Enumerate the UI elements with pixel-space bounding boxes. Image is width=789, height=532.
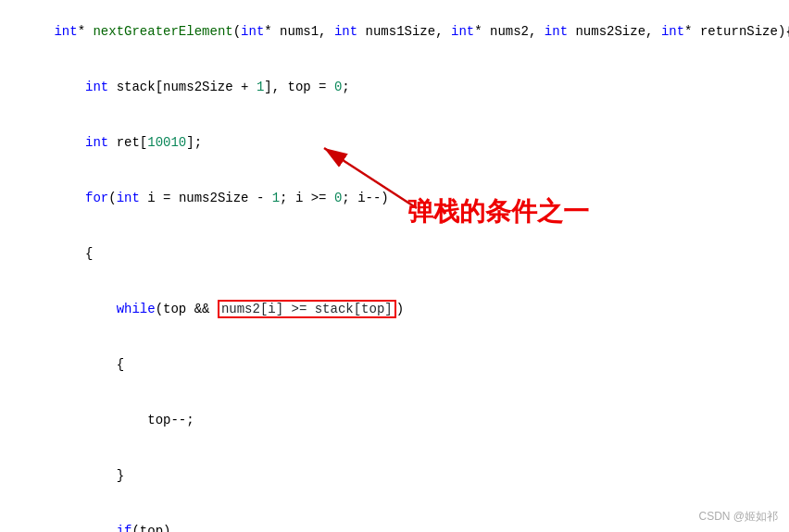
watermark: CSDN @姬如祁 (698, 509, 778, 525)
code-line-4: for(int i = nums2Size - 1; i >= 0; i--) (0, 170, 789, 226)
code-container: int* nextGreaterElement(int* nums1, int … (0, 0, 789, 532)
code-line-9: } (0, 448, 789, 503)
code-line-2: int stack[nums2Size + 1], top = 0; (0, 59, 789, 115)
code-line-8: top--; (0, 392, 789, 448)
code-line-10: if(top) (0, 503, 789, 532)
code-line-5: { (0, 226, 789, 281)
code-line-6: while(top && nums2[i] >= stack[top]) (0, 281, 789, 337)
code-line-3: int ret[10010]; (0, 115, 789, 170)
highlight-condition: nums2[i] >= stack[top] (218, 300, 396, 318)
code-line-1: int* nextGreaterElement(int* nums1, int … (0, 4, 789, 59)
keyword-int: int (54, 24, 77, 39)
code-line-7: { (0, 337, 789, 392)
